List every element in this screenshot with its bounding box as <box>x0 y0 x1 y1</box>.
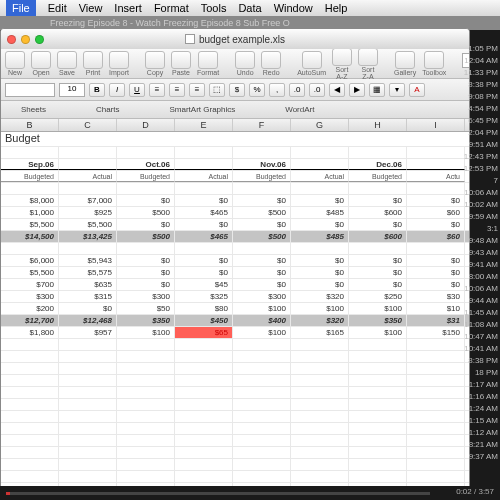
format-button[interactable] <box>198 51 218 69</box>
import-button[interactable] <box>109 51 129 69</box>
sub-header[interactable]: Budgeted <box>1 171 59 182</box>
cell[interactable] <box>117 387 175 398</box>
cell[interactable]: $465 <box>175 207 233 218</box>
month-header[interactable]: Dec.06 <box>349 159 407 170</box>
cell[interactable] <box>291 435 349 446</box>
cell[interactable] <box>407 411 465 422</box>
sub-header[interactable]: Actual <box>59 171 117 182</box>
cell[interactable] <box>175 423 233 434</box>
cell[interactable]: $7,000 <box>59 195 117 206</box>
open-button[interactable] <box>31 51 51 69</box>
cell[interactable]: $500 <box>117 231 175 242</box>
percent-button[interactable]: % <box>249 83 265 97</box>
cell[interactable]: $0 <box>233 279 291 290</box>
sub-header[interactable]: Budgeted <box>117 171 175 182</box>
seek-track[interactable] <box>6 492 430 495</box>
cell[interactable] <box>59 375 117 386</box>
month-header[interactable]: Oct.06 <box>117 159 175 170</box>
cell[interactable]: $1,800 <box>1 327 59 338</box>
cell[interactable] <box>233 183 291 194</box>
cell[interactable]: $325 <box>175 291 233 302</box>
cell[interactable] <box>1 423 59 434</box>
cell[interactable] <box>233 459 291 470</box>
cell[interactable]: $0 <box>117 255 175 266</box>
cell[interactable] <box>1 411 59 422</box>
cell[interactable]: $300 <box>1 291 59 302</box>
cell[interactable] <box>175 459 233 470</box>
menu-data[interactable]: Data <box>238 2 261 14</box>
cell[interactable]: $13,425 <box>59 231 117 242</box>
cell[interactable]: $500 <box>233 207 291 218</box>
menu-tools[interactable]: Tools <box>201 2 227 14</box>
cell[interactable]: $60 <box>407 207 465 218</box>
cell[interactable] <box>117 435 175 446</box>
cell[interactable]: $5,500 <box>1 267 59 278</box>
cell[interactable]: $0 <box>233 267 291 278</box>
bold-button[interactable]: B <box>89 83 105 97</box>
cell[interactable] <box>233 375 291 386</box>
cell[interactable]: $0 <box>291 195 349 206</box>
cell[interactable]: $450 <box>175 315 233 326</box>
cell[interactable] <box>1 399 59 410</box>
cell[interactable]: $5,943 <box>59 255 117 266</box>
cell[interactable] <box>175 147 233 158</box>
comma-button[interactable]: , <box>269 83 285 97</box>
cell[interactable]: $10 <box>407 303 465 314</box>
column-header[interactable]: D <box>117 119 175 131</box>
font-size-select[interactable]: 10 <box>59 83 85 97</box>
cell[interactable] <box>349 447 407 458</box>
cell[interactable]: $400 <box>233 315 291 326</box>
decimal-inc-button[interactable]: .0 <box>289 83 305 97</box>
cell[interactable] <box>175 435 233 446</box>
cell[interactable]: $5,575 <box>59 267 117 278</box>
cell[interactable]: $600 <box>349 207 407 218</box>
cell[interactable] <box>291 363 349 374</box>
cell[interactable] <box>407 147 465 158</box>
minimize-button[interactable] <box>21 35 30 44</box>
cell[interactable] <box>59 387 117 398</box>
cell[interactable] <box>233 147 291 158</box>
month-header[interactable]: Sep.06 <box>1 159 59 170</box>
cell[interactable] <box>175 363 233 374</box>
cell[interactable]: $5,500 <box>59 219 117 230</box>
cell[interactable]: $0 <box>291 255 349 266</box>
video-playbar[interactable]: 0:02 / 3:57 <box>0 486 500 500</box>
cell[interactable]: $31 <box>407 315 465 326</box>
cell[interactable]: $350 <box>349 315 407 326</box>
cell[interactable] <box>117 411 175 422</box>
sub-header[interactable]: Actual <box>175 171 233 182</box>
cell[interactable] <box>407 243 465 254</box>
cell[interactable]: $350 <box>117 315 175 326</box>
cell[interactable]: $0 <box>175 219 233 230</box>
cell[interactable]: $30 <box>407 291 465 302</box>
cell[interactable] <box>407 387 465 398</box>
cell[interactable]: $0 <box>291 267 349 278</box>
ribbon-tab-smartart[interactable]: SmartArt Graphics <box>159 105 245 114</box>
cell[interactable]: $0 <box>117 267 175 278</box>
cell[interactable]: $100 <box>233 327 291 338</box>
cell[interactable] <box>117 375 175 386</box>
column-header[interactable]: G <box>291 119 349 131</box>
month-header[interactable] <box>291 159 349 170</box>
cell[interactable] <box>291 243 349 254</box>
cell[interactable]: $0 <box>407 279 465 290</box>
copy-button[interactable] <box>145 51 165 69</box>
cell[interactable] <box>233 399 291 410</box>
cell[interactable] <box>117 423 175 434</box>
cell[interactable] <box>407 339 465 350</box>
cell[interactable] <box>349 339 407 350</box>
column-header[interactable]: I <box>407 119 465 131</box>
cell[interactable] <box>233 471 291 482</box>
cell[interactable] <box>407 363 465 374</box>
cell[interactable] <box>349 375 407 386</box>
cell[interactable] <box>59 183 117 194</box>
cell[interactable] <box>349 387 407 398</box>
sub-header[interactable]: Actual <box>291 171 349 182</box>
new-button[interactable] <box>5 51 25 69</box>
cell[interactable]: $200 <box>1 303 59 314</box>
cell[interactable]: $0 <box>349 267 407 278</box>
cell[interactable]: $60 <box>407 231 465 242</box>
cell[interactable]: $485 <box>291 231 349 242</box>
cell[interactable] <box>407 459 465 470</box>
currency-button[interactable]: $ <box>229 83 245 97</box>
